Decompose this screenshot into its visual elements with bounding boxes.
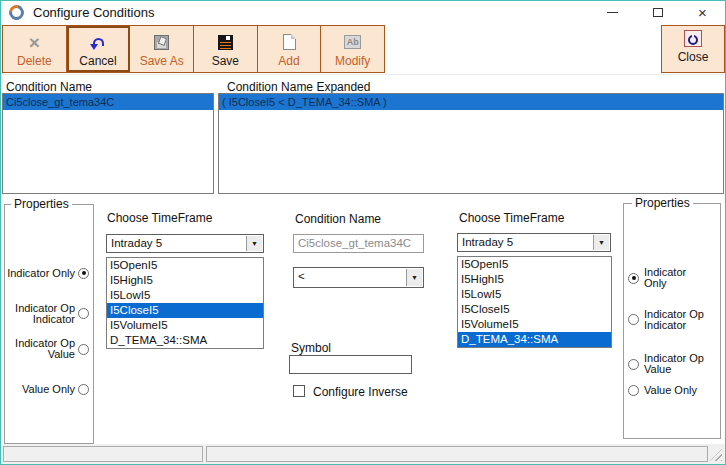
power-icon-box: [684, 30, 702, 47]
add-button-label: Add: [278, 54, 299, 68]
radio-label: Value Only: [5, 384, 75, 395]
radio-right-indicator-only[interactable]: Indicator Only: [628, 267, 720, 289]
radio-icon[interactable]: [78, 308, 89, 319]
right-indicator-list[interactable]: I5OpenI5 I5HighI5 I5LowI5 I5CloseI5 I5Vo…: [457, 256, 612, 348]
radio-label: Indicator Op Indicator: [5, 303, 75, 325]
delete-x-icon: ×: [29, 33, 40, 52]
condition-name-list[interactable]: Ci5close_gt_tema34C: [2, 93, 214, 194]
list-item[interactable]: I5HighI5: [458, 272, 611, 287]
close-icon: ×: [698, 5, 707, 20]
right-timeframe-dropdown[interactable]: Intraday 5 ▼: [457, 233, 611, 252]
window-close-button[interactable]: ×: [680, 1, 725, 24]
minimize-icon: [607, 12, 618, 13]
titlebar: Configure Conditions ×: [1, 1, 725, 24]
radio-left-value-only[interactable]: Value Only: [5, 382, 89, 396]
maximize-icon: [653, 8, 663, 17]
modify-button-label: Modify: [335, 54, 370, 68]
maximize-button[interactable]: [635, 1, 680, 24]
condition-row-expanded[interactable]: ( I5CloseI5 < D_TEMA_34::SMA ): [219, 94, 723, 110]
save-button[interactable]: Save: [194, 26, 258, 72]
radio-left-indicator-op-value[interactable]: Indicator Op Value: [5, 338, 89, 360]
delete-button[interactable]: × Delete: [3, 26, 67, 72]
minimize-button[interactable]: [590, 1, 635, 24]
modify-button[interactable]: Ab Modify: [321, 26, 384, 72]
left-timeframe-dropdown[interactable]: Intraday 5 ▼: [106, 234, 264, 253]
radio-right-indicator-op-indicator[interactable]: Indicator Op Indicator: [628, 303, 720, 336]
radio-icon[interactable]: [78, 268, 89, 279]
save-button-label: Save: [212, 54, 239, 68]
list-item[interactable]: I5VolumeI5: [107, 318, 263, 333]
close-button[interactable]: Close: [661, 25, 725, 73]
column-header-condition-name: Condition Name: [6, 80, 92, 94]
radio-left-indicator-only[interactable]: Indicator Only: [5, 262, 89, 284]
operator-dropdown[interactable]: < ▼: [293, 267, 424, 288]
window-title: Configure Conditions: [33, 5, 154, 20]
power-icon: [688, 35, 698, 45]
status-panel-1: [3, 446, 203, 462]
toolbar: × Delete Cancel Save As Save Add Ab Mo: [1, 24, 725, 75]
right-timeframe-label: Choose TimeFrame: [459, 211, 564, 225]
radio-left-indicator-op-indicator[interactable]: Indicator Op Indicator: [5, 297, 89, 330]
operator-value: <: [298, 270, 305, 282]
list-item[interactable]: I5LowI5: [458, 287, 611, 302]
new-document-icon: [283, 34, 296, 50]
add-button[interactable]: Add: [258, 26, 322, 72]
save-as-floppy-icon: [154, 35, 169, 50]
status-panel-2: [206, 446, 708, 462]
list-item[interactable]: I5CloseI5: [458, 302, 611, 317]
radio-label: Indicator Only: [5, 268, 75, 279]
left-properties-group: Properties Indicator Only Indicator Op I…: [4, 204, 94, 444]
list-item[interactable]: D_TEMA_34::SMA: [107, 333, 263, 348]
symbol-field[interactable]: [289, 355, 412, 374]
configure-inverse-label: Configure Inverse: [313, 385, 408, 399]
radio-label: Value Only: [644, 385, 712, 396]
cancel-button-label: Cancel: [79, 54, 116, 68]
modify-ab-icon: Ab: [344, 35, 361, 49]
left-timeframe-label: Choose TimeFrame: [107, 211, 212, 225]
radio-label: Indicator Op Indicator: [644, 309, 706, 331]
radio-icon[interactable]: [78, 344, 89, 355]
save-as-button[interactable]: Save As: [130, 26, 194, 72]
list-item[interactable]: I5OpenI5: [107, 258, 263, 273]
radio-icon[interactable]: [628, 359, 639, 370]
list-item-selected[interactable]: I5CloseI5: [107, 303, 263, 318]
list-item[interactable]: I5OpenI5: [458, 257, 611, 272]
right-properties-title: Properties: [632, 196, 693, 210]
chevron-down-icon[interactable]: ▼: [593, 235, 609, 250]
radio-label: Indicator Op Value: [5, 338, 75, 360]
radio-right-indicator-op-value[interactable]: Indicator Op Value: [628, 353, 720, 375]
condition-name-field: Ci5close_gt_tema34C: [293, 234, 424, 253]
resize-grip[interactable]: [710, 449, 722, 461]
right-timeframe-value: Intraday 5: [462, 236, 513, 248]
radio-label: Indicator Op Value: [644, 353, 706, 375]
left-indicator-list[interactable]: I5OpenI5 I5HighI5 I5LowI5 I5CloseI5 I5Vo…: [106, 257, 264, 349]
list-item-selected[interactable]: D_TEMA_34::SMA: [458, 332, 611, 347]
radio-icon[interactable]: [78, 384, 89, 395]
undo-arrow-icon: [90, 36, 106, 49]
chevron-down-icon[interactable]: ▼: [246, 236, 262, 251]
left-properties-title: Properties: [11, 197, 72, 211]
status-bar: [1, 444, 725, 464]
toolbar-button-group: × Delete Cancel Save As Save Add Ab Mo: [2, 25, 385, 73]
radio-right-value-only[interactable]: Value Only: [628, 383, 720, 397]
left-timeframe-value: Intraday 5: [111, 237, 162, 249]
configure-inverse-checkbox[interactable]: [293, 385, 305, 397]
condition-row-name[interactable]: Ci5close_gt_tema34C: [3, 94, 213, 110]
cancel-button[interactable]: Cancel: [67, 26, 131, 72]
radio-icon[interactable]: [628, 385, 639, 396]
right-properties-group: Properties Indicator Only Indicator Op I…: [623, 203, 721, 439]
radio-icon[interactable]: [628, 314, 639, 325]
delete-button-label: Delete: [17, 54, 52, 68]
symbol-label: Symbol: [291, 341, 331, 355]
close-button-label: Close: [678, 50, 709, 64]
radio-icon[interactable]: [628, 273, 639, 284]
save-floppy-icon: [218, 35, 233, 50]
configure-conditions-dialog: Configure Conditions × × Delete Cancel S…: [0, 0, 726, 465]
condition-expanded-list[interactable]: ( I5CloseI5 < D_TEMA_34::SMA ): [218, 93, 724, 194]
column-header-condition-name-expanded: Condition Name Expanded: [227, 80, 370, 94]
condition-name-label: Condition Name: [295, 212, 381, 226]
list-item[interactable]: I5HighI5: [107, 273, 263, 288]
list-item[interactable]: I5LowI5: [107, 288, 263, 303]
chevron-down-icon[interactable]: ▼: [406, 269, 422, 286]
list-item[interactable]: I5VolumeI5: [458, 317, 611, 332]
